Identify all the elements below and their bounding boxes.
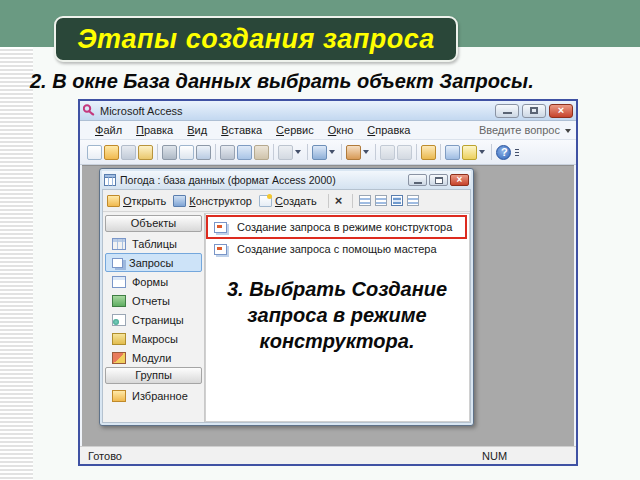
sidebar-item-label: Макросы xyxy=(132,333,178,345)
form-icon xyxy=(112,276,126,288)
new-item-icon xyxy=(259,195,272,207)
sidebar-item-module[interactable]: Модули xyxy=(105,348,202,367)
save-icon[interactable] xyxy=(121,145,136,160)
sidebar-item-report[interactable]: Отчеты xyxy=(105,291,202,310)
menu-сервис[interactable]: Сервис xyxy=(269,122,321,138)
sidebar-item-label: Страницы xyxy=(132,314,184,326)
toolbar-separator xyxy=(341,144,342,160)
sidebar-item-table[interactable]: Таблицы xyxy=(105,234,202,253)
undo-icon[interactable] xyxy=(278,145,293,160)
sidebar-item-label: Таблицы xyxy=(132,238,177,250)
toolbar-separator xyxy=(273,144,274,160)
step3-caption: 3. Выбрать Создание запроса в режиме кон… xyxy=(204,276,470,354)
ask-question-box[interactable]: Введите вопрос xyxy=(479,124,560,136)
sidebar-item-page[interactable]: Страницы xyxy=(105,310,202,329)
preview-icon[interactable] xyxy=(179,145,194,160)
open-folder-icon xyxy=(107,195,120,207)
small-icons-view-icon[interactable] xyxy=(375,195,387,206)
module-icon xyxy=(112,352,126,364)
officelinks-icon[interactable] xyxy=(312,145,327,160)
newobj-icon[interactable] xyxy=(462,145,477,160)
copy-icon[interactable] xyxy=(237,145,252,160)
dbutils-icon[interactable] xyxy=(138,145,153,160)
paste-icon[interactable] xyxy=(254,145,269,160)
toolbar-separator xyxy=(328,194,329,208)
list-view-icon[interactable] xyxy=(391,195,403,206)
query-list-item-label: Создание запроса в режиме конструктора xyxy=(237,221,452,233)
dropdown-arrow-icon[interactable] xyxy=(479,150,485,154)
objects-header[interactable]: Объекты xyxy=(105,215,202,232)
new-button[interactable]: Создать xyxy=(259,195,317,207)
menu-вставка[interactable]: Вставка xyxy=(214,122,269,138)
analyze-icon[interactable] xyxy=(346,145,361,160)
status-ready: Готово xyxy=(88,450,122,462)
toolbar-separator xyxy=(491,144,492,160)
table-icon xyxy=(112,238,126,250)
hyperlink-icon[interactable] xyxy=(397,145,412,160)
query-list-item[interactable]: Создание запроса с помощью мастера xyxy=(206,239,469,259)
sidebar-item-label: Формы xyxy=(132,276,168,288)
sidebar-item-label: Отчеты xyxy=(132,295,170,307)
menu-правка[interactable]: Правка xyxy=(129,122,180,138)
menu-окно[interactable]: Окно xyxy=(321,122,361,138)
large-icons-view-icon[interactable] xyxy=(359,195,371,206)
print-icon[interactable] xyxy=(162,145,177,160)
db-restore-button[interactable] xyxy=(429,174,448,186)
dropdown-arrow-icon[interactable] xyxy=(329,150,335,154)
macro-icon xyxy=(112,333,126,345)
groups-header[interactable]: Группы xyxy=(105,367,202,384)
sidebar-item-form[interactable]: Формы xyxy=(105,272,202,291)
menu-вид[interactable]: Вид xyxy=(180,122,214,138)
open-icon[interactable] xyxy=(104,145,119,160)
dropdown-arrow-icon[interactable] xyxy=(295,150,301,154)
database-window-icon xyxy=(104,174,116,186)
sidebar-item-macro[interactable]: Макросы xyxy=(105,329,202,348)
delete-icon[interactable]: × xyxy=(335,193,343,208)
spell-icon[interactable] xyxy=(196,145,211,160)
page-icon xyxy=(112,314,126,326)
cut-icon[interactable] xyxy=(220,145,235,160)
db-close-button[interactable]: × xyxy=(450,174,469,186)
open-button[interactable]: Открыть xyxy=(107,195,166,207)
relations-icon[interactable] xyxy=(445,145,460,160)
db-minimize-button[interactable] xyxy=(408,174,427,186)
menu-справка[interactable]: Справка xyxy=(360,122,417,138)
help-icon[interactable] xyxy=(496,145,511,160)
sidebar-item-label: Модули xyxy=(132,352,171,364)
sidebar-item-query[interactable]: Запросы xyxy=(105,253,202,272)
sidebar-item-label: Избранное xyxy=(132,390,188,402)
status-num-lock: NUM xyxy=(482,450,507,462)
script-icon[interactable] xyxy=(380,145,395,160)
props-icon[interactable] xyxy=(421,145,436,160)
details-view-icon[interactable] xyxy=(407,195,419,206)
report-icon xyxy=(112,295,126,307)
database-titlebar: Погода : база данных (формат Access 2000… xyxy=(102,171,471,189)
toolbar-separator xyxy=(416,144,417,160)
design-button[interactable]: Конструктор xyxy=(173,195,252,207)
ask-question-dropdown-icon[interactable] xyxy=(565,129,571,133)
step2-caption: 2. В окне База данных выбрать объект Зап… xyxy=(30,70,605,93)
query-list-item-label: Создание запроса с помощью мастера xyxy=(237,243,437,255)
toolbar-separator xyxy=(375,144,376,160)
overflow-icon[interactable] xyxy=(513,145,521,160)
presentation-slide: Этапы создания запроса 2. В окне База да… xyxy=(0,0,640,480)
query-icon xyxy=(112,258,123,268)
new-icon[interactable] xyxy=(87,145,102,160)
toolbar-separator xyxy=(215,144,216,160)
maximize-button[interactable] xyxy=(522,104,546,118)
menu-файл[interactable]: Файл xyxy=(88,122,129,138)
new-query-icon xyxy=(214,222,227,233)
sidebar-item-folder[interactable]: Избранное xyxy=(105,386,202,405)
minimize-button[interactable] xyxy=(495,104,519,118)
toolbar-separator xyxy=(352,194,353,208)
slide-title-banner: Этапы создания запроса xyxy=(54,16,458,62)
access-statusbar: Готово NUM xyxy=(80,446,576,464)
new-query-icon xyxy=(214,244,227,255)
database-toolbar: Открыть Конструктор Создать × xyxy=(103,190,470,212)
dropdown-arrow-icon[interactable] xyxy=(363,150,369,154)
access-toolbar xyxy=(80,140,576,165)
query-list-item[interactable]: Создание запроса в режиме конструктора xyxy=(208,217,465,237)
close-button[interactable]: × xyxy=(549,104,573,118)
folder-icon xyxy=(112,390,126,402)
design-icon xyxy=(173,195,186,207)
